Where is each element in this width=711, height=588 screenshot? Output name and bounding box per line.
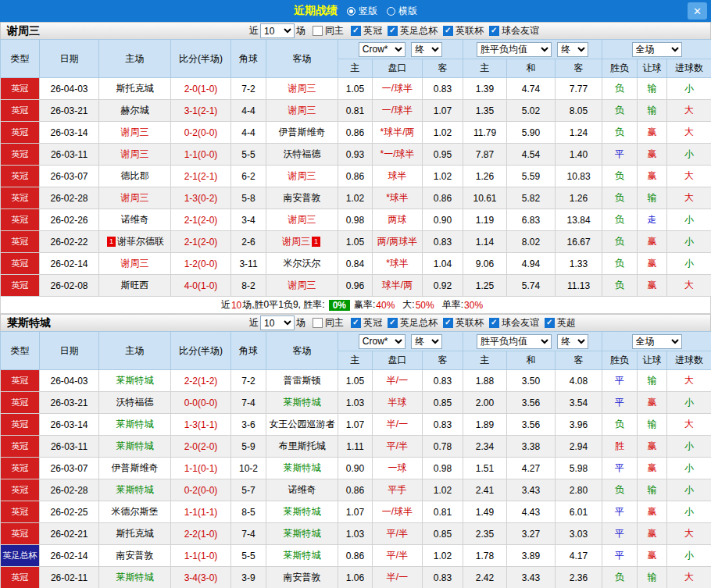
match-count-select[interactable]: 10 xyxy=(260,315,295,330)
scope-select[interactable]: 全场 xyxy=(632,42,682,57)
league-checkbox[interactable] xyxy=(388,26,398,36)
filter-bar: 近 10 场 同主 英冠英足总杯英联杯球会友谊 xyxy=(248,23,541,38)
match-type: 英冠 xyxy=(1,436,40,458)
result-handicap: 输 xyxy=(638,78,667,100)
summary-stat-value: 50% xyxy=(416,300,434,311)
league-checkbox[interactable] xyxy=(489,26,499,36)
league-filter-英冠[interactable]: 英冠 xyxy=(351,24,382,37)
league-filter-group: 英冠英足总杯英联杯球会友谊英超 xyxy=(345,316,576,330)
home-team-name: 诺维奇 xyxy=(121,214,149,225)
odds-final-select[interactable]: 终 xyxy=(411,334,442,349)
match-count-select[interactable]: 10 xyxy=(260,23,295,38)
league-filter-球会友谊[interactable]: 球会友谊 xyxy=(489,316,539,330)
home-team-name: 莱斯特城 xyxy=(116,419,154,429)
avg-home: 1.89 xyxy=(463,414,507,436)
layout-option-vertical[interactable]: 竖版 xyxy=(347,5,377,18)
matches-table: 类型 日期 主场 比分(半场) 角球 客场 Crow* 终 胜平负均值 终 xyxy=(0,331,711,588)
same-home-filter[interactable]: 同主 xyxy=(313,316,344,330)
scope-select[interactable]: 全场 xyxy=(632,334,682,349)
league-checkbox[interactable] xyxy=(388,318,398,328)
league-checkbox[interactable] xyxy=(489,318,499,328)
corner-score: 2-6 xyxy=(231,231,266,253)
result-goals: 小 xyxy=(667,458,711,479)
league-filter-英联杯[interactable]: 英联杯 xyxy=(443,24,484,37)
red-card-badge: 1 xyxy=(107,237,116,247)
league-checkbox[interactable] xyxy=(351,318,361,328)
team-section: 莱斯特城 近 10 场 同主 英冠英足总杯英联杯球会友谊英超 xyxy=(0,314,711,588)
avg-draw: 3.27 xyxy=(507,523,556,545)
home-team: 斯旺西 xyxy=(99,275,171,297)
avg-away: 1.33 xyxy=(556,253,602,275)
result-handicap: 走 xyxy=(638,209,667,231)
summary-stat-label: 赢率: xyxy=(354,298,375,312)
away-team: 谢周三 xyxy=(266,275,338,297)
same-home-checkbox[interactable] xyxy=(313,318,323,328)
league-label: 英联杯 xyxy=(456,24,484,37)
league-filter-英足总杯[interactable]: 英足总杯 xyxy=(388,316,438,330)
away-team-name: 莱斯特城 xyxy=(284,462,321,473)
odds-away: 0.90 xyxy=(423,209,463,231)
odds-away: 0.85 xyxy=(423,523,463,545)
avg-away: 11.13 xyxy=(556,275,602,297)
odds-group-header: Crow* 终 xyxy=(338,332,463,351)
league-checkbox[interactable] xyxy=(443,318,453,328)
same-home-filter[interactable]: 同主 xyxy=(313,24,344,37)
match-row: 英冠26-02-14谢周三1-2(0-0)3-11米尔沃尔0.84*球半1.04… xyxy=(1,253,711,275)
odds-handicap: 球半/两 xyxy=(373,275,423,297)
layout-option-horizontal[interactable]: 横版 xyxy=(387,5,417,18)
avg-final-select[interactable]: 终 xyxy=(557,334,588,349)
avg-home: 10.61 xyxy=(463,187,507,209)
odds-handicap: 半/一 xyxy=(373,567,423,588)
result-goals: 小 xyxy=(667,78,711,100)
league-filter-英超[interactable]: 英超 xyxy=(545,316,576,330)
match-row: 英冠26-03-11莱斯特城2-0(2-0)5-9布里斯托城1.11平/半0.7… xyxy=(1,436,711,458)
home-team-name: 谢周三 xyxy=(121,258,149,269)
odds-final-select[interactable]: 终 xyxy=(411,42,442,57)
match-score: 1-1(0-1) xyxy=(171,458,231,479)
close-button[interactable]: ✕ xyxy=(688,2,707,20)
home-team: 莱斯特城 xyxy=(99,479,171,501)
league-filter-球会友谊[interactable]: 球会友谊 xyxy=(489,24,539,37)
league-filter-英冠[interactable]: 英冠 xyxy=(351,316,382,330)
match-type: 英冠 xyxy=(1,166,40,187)
near-label: 近 xyxy=(249,316,259,330)
match-row: 英冠26-02-26诺维奇2-1(2-0)3-4谢周三0.98两球0.901.1… xyxy=(1,209,711,231)
league-checkbox[interactable] xyxy=(443,26,453,36)
match-row: 英冠26-03-07德比郡2-1(2-1)6-2谢周三0.86球半1.021.2… xyxy=(1,166,711,187)
same-home-checkbox[interactable] xyxy=(313,26,323,36)
col-result-handicap: 让球 xyxy=(638,351,667,370)
league-filter-英联杯[interactable]: 英联杯 xyxy=(443,316,484,330)
away-team: 谢周三1 xyxy=(266,231,338,253)
result-goals: 小 xyxy=(667,253,711,275)
avg-away: 1.24 xyxy=(556,122,602,144)
home-team: 莱斯特城 xyxy=(99,567,171,588)
league-checkbox[interactable] xyxy=(351,26,361,36)
home-team: 谢周三 xyxy=(99,187,171,209)
avg-draw: 4.94 xyxy=(507,253,556,275)
avg-type-select[interactable]: 胜平负均值 xyxy=(477,42,552,57)
away-team: 莱斯特城 xyxy=(266,545,338,567)
match-date: 26-03-21 xyxy=(40,100,99,122)
avg-home: 2.41 xyxy=(463,479,507,501)
league-checkbox[interactable] xyxy=(545,318,555,328)
match-type: 英冠 xyxy=(1,523,40,545)
match-type: 英冠 xyxy=(1,392,40,414)
recent-results-window: 近期战绩 竖版 横版 ✕ 谢周三 近 10 场 同主 xyxy=(0,0,711,588)
avg-away: 8.05 xyxy=(556,100,602,122)
avg-away: 4.17 xyxy=(556,545,602,567)
result-wdl: 负 xyxy=(602,209,638,231)
league-filter-英足总杯[interactable]: 英足总杯 xyxy=(388,24,438,37)
team-header-bar: 莱斯特城 近 10 场 同主 英冠英足总杯英联杯球会友谊英超 xyxy=(0,314,711,331)
horizontal-label: 横版 xyxy=(398,5,417,18)
away-team-name: 米尔沃尔 xyxy=(284,258,321,269)
avg-final-select[interactable]: 终 xyxy=(557,42,588,57)
bookmaker-select[interactable]: Crow* xyxy=(359,42,406,57)
match-date: 26-02-22 xyxy=(40,231,99,253)
match-date: 26-02-11 xyxy=(40,567,99,588)
match-row: 英冠26-03-14莱斯特城1-3(1-1)3-6女王公园巡游者1.07半/一0… xyxy=(1,414,711,436)
avg-type-select[interactable]: 胜平负均值 xyxy=(477,334,552,349)
match-date: 26-03-14 xyxy=(40,414,99,436)
matches-table: 类型 日期 主场 比分(半场) 角球 客场 Crow* 终 胜平负均值 终 xyxy=(0,39,711,297)
bookmaker-select[interactable]: Crow* xyxy=(359,334,406,349)
odds-home: 1.03 xyxy=(338,523,373,545)
